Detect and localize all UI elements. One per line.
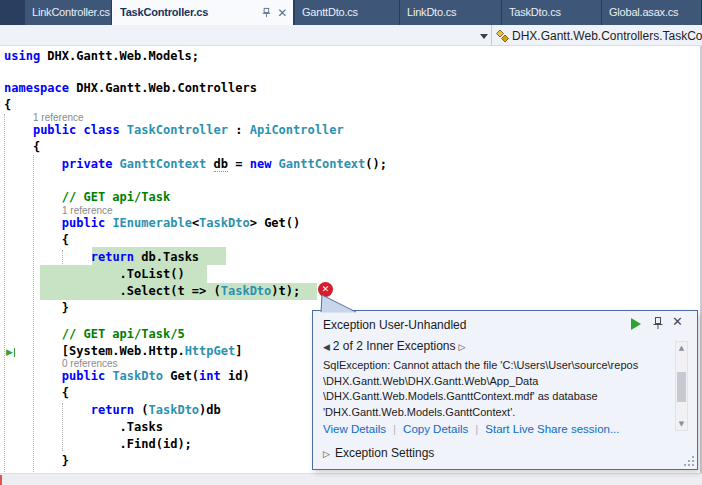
code-line[interactable]: public TaskDto Get(int id) (4, 368, 250, 385)
code-line[interactable]: return db.Tasks (4, 249, 199, 266)
link-view-details[interactable]: View Details (323, 423, 386, 435)
code-token: GanttContext (120, 157, 207, 171)
navigation-bar: DHX.Gantt.Web.Controllers.TaskCont (0, 25, 702, 46)
code-token: .Tasks (4, 420, 163, 434)
code-line[interactable]: using DHX.Gantt.Web.Models; (4, 48, 199, 65)
code-token: db.Tasks (134, 250, 199, 264)
code-token: (); (365, 157, 387, 171)
tab-global-asax-cs[interactable]: Global.asax.cs (602, 0, 702, 25)
popup-callout-pointer (312, 294, 372, 313)
exception-settings-expander[interactable]: ▷Exception Settings (323, 446, 434, 460)
code-token (271, 157, 278, 171)
project-dropdown[interactable] (0, 25, 491, 46)
code-token: { (4, 140, 40, 154)
code-token: DHX.Gantt.Web.Models; (40, 49, 199, 63)
code-token (4, 369, 62, 383)
scrollbar-thumb[interactable] (677, 372, 686, 402)
exception-message-line: SqlException: Cannot attach the file 'C:… (323, 358, 673, 374)
tab-label: TaskDto.cs (509, 6, 561, 18)
code-token: return (91, 403, 134, 417)
code-token: TaskDto (149, 403, 200, 417)
pin-icon[interactable] (652, 316, 664, 330)
class-icon (496, 29, 509, 43)
code-line[interactable]: .Select(t => (TaskDto)t); (4, 283, 300, 300)
code-line[interactable]: public IEnumerable<TaskDto> Get() (4, 215, 300, 232)
tab-ganttdto-cs[interactable]: GanttDto.cs (295, 0, 400, 25)
tab-linkdto-cs[interactable]: LinkDto.cs (400, 0, 502, 25)
code-token: .Find(id); (4, 437, 192, 451)
tab-linkcontroller-cs[interactable]: LinkController.cs (25, 0, 112, 25)
code-token: public (33, 123, 76, 137)
link-separator: | (386, 423, 403, 435)
scroll-up-icon[interactable]: ▲ (676, 343, 687, 353)
link-start-live-share-session[interactable]: Start Live Share session... (485, 423, 619, 435)
code-token: DHX.Gantt.Web.Controllers (69, 81, 257, 95)
code-token (4, 123, 33, 137)
code-token: // GET api/Task (4, 190, 170, 204)
code-line[interactable]: { (4, 385, 69, 402)
code-line[interactable]: [System.Web.Http.HttpGet] (4, 343, 242, 360)
code-line[interactable]: namespace DHX.Gantt.Web.Controllers (4, 80, 257, 97)
popup-scrollbar[interactable]: ▲ ▼ (675, 341, 688, 431)
popup-title: Exception User-Unhandled (323, 318, 466, 332)
code-token (76, 123, 83, 137)
code-token: ] (235, 344, 242, 358)
code-line[interactable]: // GET api/Task (4, 189, 170, 206)
type-dropdown[interactable]: DHX.Gantt.Web.Controllers.TaskCont (496, 25, 702, 46)
code-token: id) (221, 369, 250, 383)
next-exception-icon[interactable]: ▷ (456, 342, 466, 352)
code-line[interactable]: { (4, 97, 11, 114)
vs-editor-window: LinkController.csTaskController.cs✕Gantt… (0, 0, 702, 485)
tab-label: GanttDto.cs (302, 6, 358, 18)
code-token: ( (134, 403, 148, 417)
code-token: Get( (163, 369, 199, 383)
code-token: return (91, 250, 134, 264)
document-tabstrip: LinkController.csTaskController.cs✕Gantt… (0, 0, 702, 25)
code-token: class (84, 123, 120, 137)
continue-icon[interactable] (631, 318, 641, 330)
resize-grip[interactable] (684, 456, 695, 467)
tab-taskdto-cs[interactable]: TaskDto.cs (502, 0, 602, 25)
close-icon[interactable]: ✕ (277, 7, 287, 19)
code-token: HttpGet (185, 344, 236, 358)
tab-label: LinkDto.cs (407, 6, 456, 18)
code-line[interactable]: return (TaskDto)db (4, 402, 221, 419)
code-line[interactable]: } (4, 300, 69, 317)
code-token: )t); (271, 284, 300, 298)
popup-links: View Details|Copy Details|Start Live Sha… (323, 423, 620, 435)
code-token (206, 157, 213, 171)
error-margin-mark (0, 475, 2, 485)
code-line[interactable]: .Find(id); (4, 436, 192, 453)
code-token: GanttContext (279, 157, 366, 171)
pin-icon[interactable] (260, 7, 271, 18)
code-line[interactable]: // GET api/Task/5 (4, 326, 185, 343)
code-line[interactable]: .ToList() (4, 266, 185, 283)
code-token: TaskDto (112, 369, 163, 383)
code-token: namespace (4, 81, 69, 95)
code-line[interactable]: public class TaskController : ApiControl… (4, 122, 344, 139)
code-token: } (4, 301, 69, 315)
code-token: TaskDto (221, 284, 272, 298)
code-token: .ToList() (4, 267, 185, 281)
code-token: public (62, 369, 105, 383)
prev-exception-icon[interactable]: ◀ (323, 342, 333, 352)
link-copy-details[interactable]: Copy Details (403, 423, 468, 435)
exception-message: SqlException: Cannot attach the file 'C:… (323, 358, 673, 420)
code-line[interactable]: } (4, 453, 69, 470)
tab-taskcontroller-cs[interactable]: TaskController.cs✕ (112, 0, 293, 25)
run-margin-icon[interactable]: ▶ (6, 345, 15, 359)
code-line[interactable]: { (4, 139, 40, 156)
close-icon[interactable]: ✕ (672, 314, 683, 329)
code-token: .Select(t => ( (4, 284, 221, 298)
code-token: int (199, 369, 221, 383)
exception-message-line: \DHX.Gantt.Web\DHX.Gantt.Web\App_Data (323, 374, 673, 390)
code-line[interactable]: private GanttContext db = new GanttConte… (4, 156, 387, 173)
code-token: TaskDto (199, 216, 250, 230)
scroll-down-icon[interactable]: ▼ (676, 419, 687, 429)
code-token: using (4, 49, 40, 63)
tab-label: LinkController.cs (32, 6, 110, 18)
code-line[interactable]: .Tasks (4, 419, 163, 436)
code-token: { (4, 233, 69, 247)
code-line[interactable]: { (4, 232, 69, 249)
code-token: [System.Web.Http. (4, 344, 185, 358)
